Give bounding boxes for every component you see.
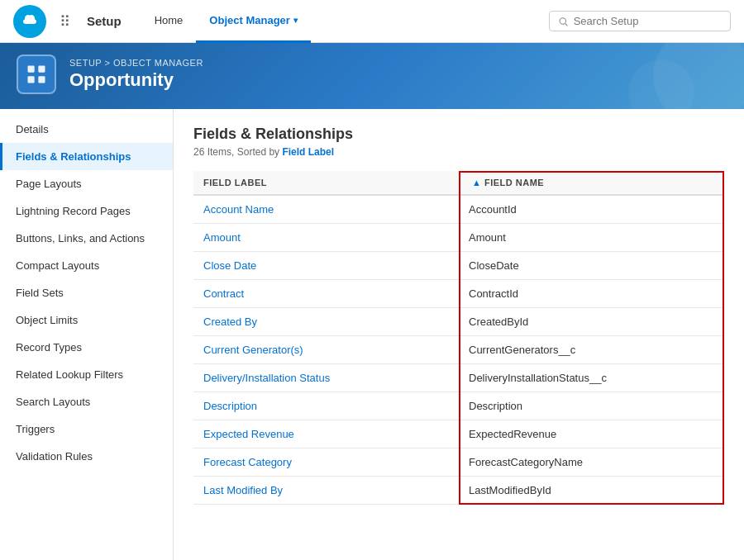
breadcrumb-setup[interactable]: SETUP	[69, 58, 102, 68]
field-label-cell[interactable]: Description	[193, 392, 459, 420]
table-row: Account NameAccountId	[193, 195, 724, 224]
field-label-cell[interactable]: Account Name	[193, 195, 459, 224]
sidebar-item-compact-layouts[interactable]: Compact Layouts	[0, 252, 173, 279]
field-name-cell: AccountId	[459, 195, 724, 224]
search-bar[interactable]	[549, 11, 731, 31]
object-manager-tab[interactable]: Object Manager ▾	[196, 0, 311, 43]
table-row: Last Modified ByLastModifiedById	[193, 477, 724, 505]
field-label-cell[interactable]: Delivery/Installation Status	[193, 364, 459, 392]
field-label-cell[interactable]: Amount	[193, 224, 459, 252]
svg-rect-3	[38, 66, 45, 73]
breadcrumb-object-manager[interactable]: OBJECT MANAGER	[113, 58, 203, 68]
col-header-field-label[interactable]: FIELD LABEL	[193, 171, 459, 195]
grid-icon[interactable]: ⠿	[60, 12, 70, 31]
sidebar-item-page-layouts[interactable]: Page Layouts	[0, 170, 173, 197]
sidebar-item-fields-relationships[interactable]: Fields & Relationships	[0, 143, 173, 170]
table-row: Forecast CategoryForecastCategoryName	[193, 448, 724, 477]
top-navigation: ⠿ Setup Home Object Manager ▾	[0, 0, 744, 43]
object-icon	[17, 55, 56, 94]
sidebar-item-record-types[interactable]: Record Types	[0, 334, 173, 361]
field-name-cell: ExpectedRevenue	[459, 420, 724, 448]
content-area: Fields & Relationships 26 Items, Sorted …	[174, 109, 744, 560]
col-header-field-name[interactable]: ▲ FIELD NAME	[459, 171, 724, 195]
field-name-cell: Amount	[459, 224, 724, 252]
chevron-down-icon: ▾	[293, 16, 298, 25]
sidebar: Details Fields & Relationships Page Layo…	[0, 109, 174, 560]
field-name-cell: ForecastCategoryName	[459, 448, 724, 477]
fields-table: FIELD LABEL ▲ FIELD NAME Account NameAcc…	[193, 171, 724, 505]
sidebar-item-details[interactable]: Details	[0, 116, 173, 143]
section-subtitle: 26 Items, Sorted by Field Label	[193, 146, 724, 158]
table-row: Current Generator(s)CurrentGenerators__c	[193, 336, 724, 364]
field-name-cell: Description	[459, 392, 724, 420]
field-label-cell[interactable]: Contract	[193, 280, 459, 308]
field-name-cell: CreatedById	[459, 308, 724, 336]
field-label-cell[interactable]: Expected Revenue	[193, 420, 459, 448]
table-row: Expected RevenueExpectedRevenue	[193, 420, 724, 448]
table-row: Delivery/Installation StatusDeliveryInst…	[193, 364, 724, 392]
search-input[interactable]	[574, 15, 722, 27]
table-header-row: FIELD LABEL ▲ FIELD NAME	[193, 171, 724, 195]
object-title: Opportunity	[69, 69, 203, 91]
field-label-cell[interactable]: Close Date	[193, 252, 459, 280]
home-tab[interactable]: Home	[141, 0, 197, 43]
nav-tabs: Home Object Manager ▾	[141, 0, 311, 42]
field-label-cell[interactable]: Current Generator(s)	[193, 336, 459, 364]
sidebar-item-validation-rules[interactable]: Validation Rules	[0, 443, 173, 470]
table-row: Created ByCreatedById	[193, 308, 724, 336]
breadcrumb-trail: SETUP > OBJECT MANAGER	[69, 58, 203, 68]
svg-line-1	[565, 23, 568, 26]
field-name-cell: CurrentGenerators__c	[459, 336, 724, 364]
field-name-cell: LastModifiedById	[459, 477, 724, 505]
sort-up-icon: ▲	[472, 178, 481, 187]
search-icon	[558, 16, 569, 27]
setup-label: Setup	[87, 14, 122, 28]
field-name-cell: DeliveryInstallationStatus__c	[459, 364, 724, 392]
svg-rect-5	[38, 76, 45, 83]
sidebar-item-search-layouts[interactable]: Search Layouts	[0, 388, 173, 415]
object-breadcrumb: SETUP > OBJECT MANAGER Opportunity	[69, 58, 203, 91]
field-label-cell[interactable]: Created By	[193, 308, 459, 336]
sidebar-item-triggers[interactable]: Triggers	[0, 415, 173, 443]
sidebar-item-object-limits[interactable]: Object Limits	[0, 306, 173, 334]
sidebar-item-lightning-record-pages[interactable]: Lightning Record Pages	[0, 197, 173, 225]
main-content: Details Fields & Relationships Page Layo…	[0, 109, 744, 560]
table-row: DescriptionDescription	[193, 392, 724, 420]
table-row: Close DateCloseDate	[193, 252, 724, 280]
svg-point-0	[560, 17, 565, 23]
sidebar-item-related-lookup-filters[interactable]: Related Lookup Filters	[0, 361, 173, 388]
field-label-cell[interactable]: Last Modified By	[193, 477, 459, 505]
svg-rect-4	[28, 76, 35, 83]
salesforce-logo	[13, 5, 46, 38]
table-wrapper: FIELD LABEL ▲ FIELD NAME Account NameAcc…	[193, 171, 724, 505]
field-name-cell: CloseDate	[459, 252, 724, 280]
svg-rect-2	[28, 66, 35, 73]
sidebar-item-buttons-links-actions[interactable]: Buttons, Links, and Actions	[0, 225, 173, 252]
table-row: ContractContractId	[193, 280, 724, 308]
section-title: Fields & Relationships	[193, 126, 724, 143]
field-name-cell: ContractId	[459, 280, 724, 308]
field-label-cell[interactable]: Forecast Category	[193, 448, 459, 477]
table-row: AmountAmount	[193, 224, 724, 252]
sidebar-item-field-sets[interactable]: Field Sets	[0, 279, 173, 306]
object-header: SETUP > OBJECT MANAGER Opportunity	[0, 43, 744, 109]
